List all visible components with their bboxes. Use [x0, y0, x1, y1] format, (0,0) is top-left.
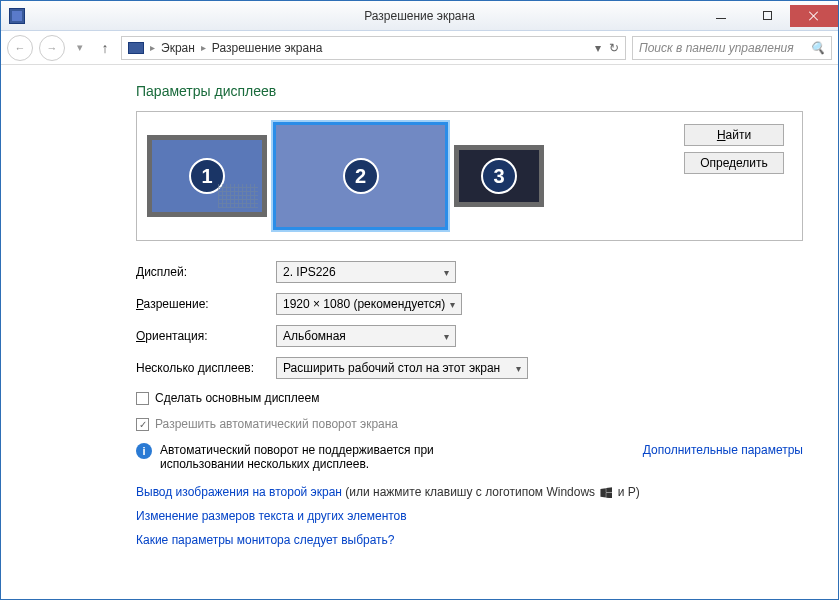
display-label: Дисплей:: [136, 265, 276, 279]
orientation-label: Ориентация:: [136, 329, 276, 343]
chevron-right-icon: ▸: [150, 42, 155, 53]
resolution-select[interactable]: 1920 × 1080 (рекомендуется): [276, 293, 462, 315]
detect-button[interactable]: Найти: [684, 124, 784, 146]
titlebar: Разрешение экрана: [1, 1, 838, 31]
crumb-resolution[interactable]: Разрешение экрана: [212, 41, 323, 55]
search-input[interactable]: Поиск в панели управления 🔍: [632, 36, 832, 60]
search-placeholder: Поиск в панели управления: [639, 41, 794, 55]
project-hint-a: (или нажмите клавишу с логотипом Windows: [342, 485, 598, 499]
display-icon: [128, 42, 144, 54]
advanced-settings-link[interactable]: Дополнительные параметры: [643, 443, 803, 457]
refresh-icon[interactable]: ↻: [609, 41, 619, 55]
info-text: Автоматический поворот не поддерживается…: [160, 443, 480, 471]
navbar: ← → ▾ ↑ ▸ Экран ▸ Разрешение экрана ▾ ↻ …: [1, 31, 838, 65]
multidisplay-label: Несколько дисплеев:: [136, 361, 276, 375]
project-link[interactable]: Вывод изображения на второй экран: [136, 485, 342, 499]
forward-button[interactable]: →: [39, 35, 65, 61]
multidisplay-select[interactable]: Расширить рабочий стол на этот экран: [276, 357, 528, 379]
make-primary-label: Сделать основным дисплеем: [155, 391, 319, 405]
back-button[interactable]: ←: [7, 35, 33, 61]
search-icon: 🔍: [810, 41, 825, 55]
page-title: Параметры дисплеев: [136, 83, 803, 99]
monitor-1[interactable]: 1: [147, 135, 267, 217]
autorotate-row: Разрешить автоматический поворот экрана: [136, 417, 803, 431]
recent-dropdown[interactable]: ▾: [71, 39, 89, 57]
monitor-3-badge: 3: [481, 158, 517, 194]
content-area: Параметры дисплеев 1 2 3 Найти Определит…: [1, 65, 838, 599]
autorotate-label: Разрешить автоматический поворот экрана: [155, 417, 398, 431]
chevron-right-icon: ▸: [201, 42, 206, 53]
up-button[interactable]: ↑: [95, 40, 115, 56]
identify-button[interactable]: Определить: [684, 152, 784, 174]
monitor-3[interactable]: 3: [454, 145, 544, 207]
display-arrangement[interactable]: 1 2 3 Найти Определить: [136, 111, 803, 241]
orientation-select[interactable]: Альбомная: [276, 325, 456, 347]
grid-icon: [218, 184, 258, 208]
which-monitor-link[interactable]: Какие параметры монитора следует выбрать…: [136, 533, 395, 547]
info-icon: i: [136, 443, 152, 459]
make-primary-checkbox[interactable]: [136, 392, 149, 405]
window-title: Разрешение экрана: [364, 9, 475, 23]
make-primary-row[interactable]: Сделать основным дисплеем: [136, 391, 803, 405]
resolution-label: Разрешение:: [136, 297, 276, 311]
crumb-display[interactable]: Экран: [161, 41, 195, 55]
windows-logo-icon: [600, 487, 612, 498]
minimize-button[interactable]: [698, 5, 744, 27]
display-select[interactable]: 2. IPS226: [276, 261, 456, 283]
project-hint-b: и P): [614, 485, 639, 499]
maximize-button[interactable]: [744, 5, 790, 27]
breadcrumb[interactable]: ▸ Экран ▸ Разрешение экрана ▾ ↻: [121, 36, 626, 60]
autorotate-checkbox: [136, 418, 149, 431]
close-button[interactable]: [790, 5, 838, 27]
monitor-2-badge: 2: [343, 158, 379, 194]
text-size-link[interactable]: Изменение размеров текста и других элеме…: [136, 509, 407, 523]
app-icon: [9, 8, 25, 24]
chevron-down-icon[interactable]: ▾: [595, 41, 601, 55]
monitor-2[interactable]: 2: [273, 122, 448, 230]
